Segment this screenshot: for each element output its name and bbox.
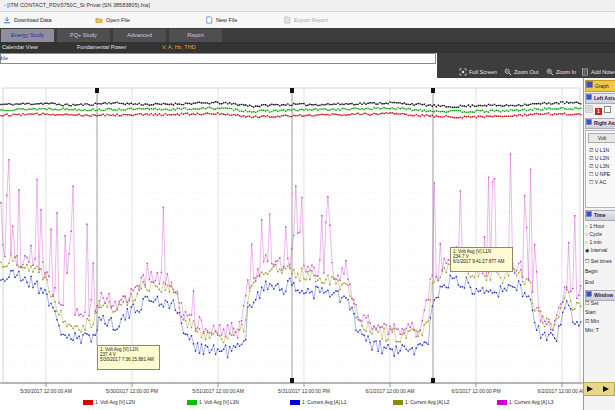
legend-swatch	[83, 400, 93, 405]
trend-chart-svg[interactable]: 5/30/2017 12:00:00 AM5/30/2017 12:00:00 …	[0, 78, 583, 410]
chart-toolbar-label: Full Screen	[469, 69, 497, 75]
chart-toolbar-label: Zoom Out	[514, 69, 538, 75]
window-titlebar: - [ITM CONTACT_PDV0750C_St Privat (SN 38…	[0, 0, 615, 12]
chart-tooltip-2[interactable]: 1: Volt Avg [V] L1N234.7 V6/1/2017 9:41:…	[450, 247, 513, 272]
subtab-bar: Calendar ViewFundamental PowerV, A, Hz, …	[0, 42, 615, 53]
tab-pq-study[interactable]: PQ+ Study	[57, 29, 110, 42]
tooltip-time: 6/1/2017 9:41:27.877 AM	[453, 259, 510, 264]
toolbar-button-label: Export Report	[294, 17, 328, 23]
chart-toolbar-label: Add Notes	[591, 69, 615, 75]
export-report-icon	[283, 16, 291, 24]
zoom-out-icon	[504, 68, 512, 76]
scroll-right-arrow-1[interactable]	[587, 386, 593, 392]
x-axis-label: 6/1/2017 12:00:00 PM	[451, 388, 500, 394]
group-tab-volt[interactable]: Volt	[588, 133, 615, 143]
panel-section-time[interactable]: Time	[585, 210, 615, 221]
cube-icon	[586, 119, 592, 125]
legend-item[interactable]: 1: Current Avg [A] L3	[497, 400, 553, 405]
cube-icon	[586, 291, 592, 297]
panel-section-label: Window	[594, 292, 613, 298]
tab-bar: Energy StudyPQ+ StudyAdvancedReport	[0, 28, 615, 42]
subtab-label: Calendar View	[2, 44, 38, 50]
checkbox-set[interactable]: ☐ Set	[585, 300, 615, 306]
cube-icon	[586, 211, 592, 217]
legend-item[interactable]: 1: Current Avg [A] L1	[290, 400, 346, 405]
new-file-button[interactable]: New File	[205, 14, 237, 26]
radio-1-hour[interactable]: ○ 1 Hour	[585, 223, 615, 229]
subtab-calendar-view[interactable]: Calendar View	[2, 42, 38, 53]
tab-label: PQ+ Study	[70, 32, 97, 38]
checkbox-v-ac[interactable]: ☐ V AC	[586, 178, 615, 186]
zoom-in-button[interactable]: Zoom In	[546, 66, 576, 78]
cursor-handle-bottom[interactable]	[290, 378, 294, 383]
legend-swatch	[290, 400, 300, 405]
checkbox-set-times[interactable]: ☐ Set times	[585, 258, 615, 264]
legend-swatch	[393, 400, 403, 405]
chart-toolbar-label: Zoom In	[556, 69, 576, 75]
x-axis-label: 5/30/2017 12:00:00 AM	[20, 388, 72, 394]
legend-label: 1: Current Avg [A] L2	[405, 400, 449, 405]
open-file-button[interactable]: Open File	[95, 14, 130, 26]
legend-label: 1: Volt Avg [V] L3N	[199, 400, 239, 405]
chart-tooltip-1[interactable]: 1: Volt Avg [V] L1N237.4 V5/30/2017 7:36…	[97, 345, 160, 370]
radio-cycle[interactable]: ○ Cycle	[585, 231, 615, 237]
legend-swatch	[187, 400, 197, 405]
cursor-handle-top[interactable]	[431, 88, 435, 93]
panel-label-end: End	[585, 279, 615, 285]
chart-toolbar: Full ScreenZoom OutZoom InAdd Notes	[437, 53, 615, 78]
legend-item[interactable]: 1: Volt Avg [V] L2N	[83, 400, 135, 405]
panel-label-min-t: Min: T	[585, 327, 615, 333]
panel-section-label: Time	[594, 212, 606, 218]
cursor-handle-bottom[interactable]	[431, 378, 435, 383]
download-data-button[interactable]: Download Data	[3, 14, 52, 26]
fullscreen-icon	[459, 68, 467, 76]
full-screen-button[interactable]: Full Screen	[459, 66, 497, 78]
legend-label: 1: Current Avg [A] L1	[302, 400, 346, 405]
legend-item[interactable]: 1: Current Avg [A] L2	[393, 400, 449, 405]
legend-item[interactable]: 1: Volt Avg [V] L3N	[187, 400, 239, 405]
cursor-handle-top[interactable]	[95, 88, 99, 93]
badge-1[interactable]: 1	[595, 108, 602, 115]
app-window: - [ITM CONTACT_PDV0750C_St Privat (SN 38…	[0, 0, 615, 410]
checkbox-u-l1n[interactable]: ☑ U L1N	[586, 146, 615, 154]
tab-report[interactable]: Report	[169, 29, 222, 42]
grid-icon	[585, 105, 593, 113]
scroll-right-arrow-2[interactable]	[603, 386, 609, 392]
checkbox-u-l2n[interactable]: ☑ U L2N	[586, 154, 615, 162]
legend-label: 1: Volt Avg [V] L2N	[95, 400, 135, 405]
checkbox-min[interactable]: ☑ Min	[585, 318, 615, 324]
legend-swatch	[497, 400, 507, 405]
panel-section-left-axis[interactable]: Left Axis	[585, 93, 615, 104]
tab-label: Advanced	[127, 32, 151, 38]
cube-icon	[586, 94, 592, 100]
subtab-label: Fundamental Power	[77, 44, 126, 50]
tab-label: Report	[187, 32, 204, 38]
x-axis-label: 5/30/2017 12:00:00 PM	[106, 388, 158, 394]
panel-section-label: Right Axis	[594, 120, 615, 126]
chart-scroll-strip[interactable]	[583, 382, 615, 396]
subtab-fundamental-power[interactable]: Fundamental Power	[77, 42, 126, 53]
checkbox-u-l3n[interactable]: ☑ U L3N	[586, 162, 615, 170]
tab-energy-study[interactable]: Energy Study	[1, 29, 54, 42]
panel-section-right-axis[interactable]: Right Axis	[585, 118, 615, 129]
radio-interval[interactable]: ◉ Interval	[585, 247, 615, 253]
add-notes-button[interactable]: Add Notes	[581, 66, 615, 78]
checkbox-u-npe[interactable]: ☐ U NPE	[586, 170, 615, 178]
zoom-out-button[interactable]: Zoom Out	[504, 66, 538, 78]
tab-advanced[interactable]: Advanced	[113, 29, 166, 42]
table-view-selector[interactable]: Table	[0, 53, 436, 64]
radio-1-min[interactable]: ○ 1 min	[585, 239, 615, 245]
x-axis-label: 5/31/2017 12:00:00 AM	[192, 388, 244, 394]
table-view-label[interactable]: Table	[0, 54, 435, 63]
chart-legend: 1: Volt Avg [V] L1N1: Volt Avg [V] L2N1:…	[0, 398, 583, 410]
window-title: - [ITM CONTACT_PDV0750C_St Privat (SN 38…	[4, 2, 150, 8]
trend-chart[interactable]: 5/30/2017 12:00:00 AM5/30/2017 12:00:00 …	[0, 78, 583, 410]
panel-item-graph[interactable]: Graph	[585, 80, 615, 92]
tooltip-time: 5/30/2017 7:36:15.881 AM	[100, 357, 157, 362]
subtab-v-a-hz-thd[interactable]: V, A, Hz, THD	[162, 42, 196, 53]
cursor-handle-top[interactable]	[290, 88, 294, 93]
open-folder-icon	[95, 16, 103, 24]
panel-group-volt: Volt☑ U L1N☑ U L2N☑ U L3N☐ U NPE☐ V AC	[585, 130, 615, 208]
panel-small-box[interactable]	[604, 106, 611, 113]
toolbar-button-label: Open File	[106, 17, 130, 23]
